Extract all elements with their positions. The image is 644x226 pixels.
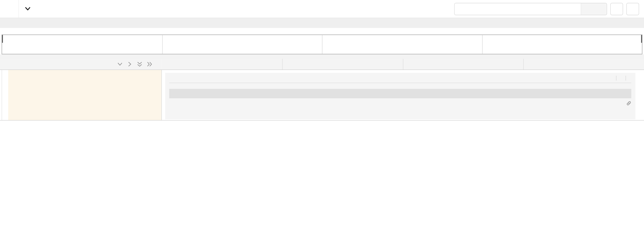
expand-all-icon[interactable] [147, 62, 152, 67]
collapse-one-icon[interactable] [118, 62, 122, 67]
trace-timeline-main [0, 59, 644, 120]
start-time-meta [630, 76, 631, 81]
span-detail-meta [611, 76, 631, 81]
divider [0, 120, 644, 120]
find-controls [581, 3, 606, 15]
trace-title-group [24, 6, 454, 12]
timeline-ruler [161, 59, 644, 70]
span-detail-panel [165, 73, 636, 119]
find-box [454, 3, 607, 15]
back-button[interactable] [0, 0, 19, 18]
collapse-trace-chevron-icon[interactable] [24, 6, 31, 12]
ruler-gridline [524, 59, 524, 70]
service-meta [611, 76, 612, 81]
trace-view-select[interactable] [626, 3, 639, 15]
copy-link-icon[interactable] [626, 101, 631, 106]
tree-controls [118, 62, 152, 67]
keyboard-shortcuts-button[interactable] [610, 3, 623, 15]
ruler-gridline [282, 59, 282, 70]
selected-span-bar[interactable] [161, 70, 643, 73]
minimap-ruler [0, 28, 644, 35]
minimap-spans [2, 35, 642, 54]
span-detail-left-gutter [0, 70, 161, 120]
span-detail-panel-wrap [161, 70, 644, 120]
find-input[interactable] [454, 3, 581, 15]
minimap-right-scrub-handle[interactable] [641, 35, 642, 43]
logs-row[interactable] [169, 89, 631, 98]
timeline-header-row [0, 59, 644, 70]
selected-span-highlight [8, 70, 161, 120]
spans-area [0, 70, 644, 120]
panel-divider[interactable] [161, 70, 162, 120]
top-bar [0, 0, 644, 18]
span-id-row [169, 101, 631, 106]
indent-guide[interactable] [2, 70, 2, 120]
span-detail-block [0, 70, 644, 120]
divider [169, 83, 631, 83]
find-toolbar [454, 3, 639, 15]
separator [616, 76, 616, 81]
trace-meta-bar [0, 18, 644, 28]
span-detail-header [169, 76, 631, 81]
service-operation-header [0, 59, 161, 70]
duration-meta [620, 76, 622, 81]
spacer [0, 54, 644, 59]
jaeger-trace-page [0, 0, 644, 226]
minimap-canvas[interactable] [2, 35, 642, 54]
ruler-gridline [403, 59, 403, 70]
minimap-left-scrub-handle[interactable] [2, 35, 3, 43]
collapse-all-icon[interactable] [137, 62, 142, 67]
expand-one-icon[interactable] [128, 62, 132, 67]
service-color-strip [8, 70, 10, 120]
separator [626, 76, 626, 81]
